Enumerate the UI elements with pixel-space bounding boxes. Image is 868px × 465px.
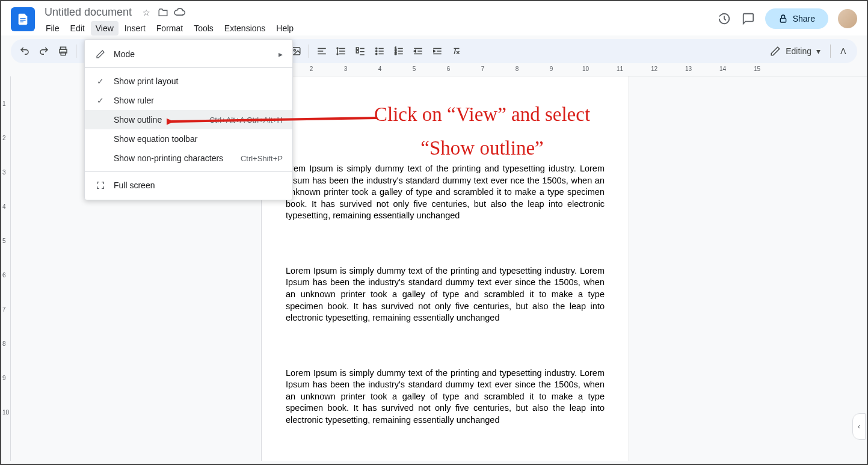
side-panel-toggle[interactable]: ‹: [852, 413, 866, 440]
menu-item-mode[interactable]: Mode ▸: [85, 45, 292, 64]
checklist-icon[interactable]: [351, 42, 369, 60]
menu-insert[interactable]: Insert: [120, 21, 150, 35]
svg-text:3: 3: [395, 52, 396, 55]
svg-rect-11: [356, 51, 359, 53]
svg-point-14: [376, 53, 377, 54]
menu-item-non-printing[interactable]: Show non-printing characters Ctrl+Shift+…: [85, 149, 292, 168]
vertical-ruler[interactable]: 1 2 3 4 5 6 7 8 9 10: [1, 76, 11, 461]
numbered-list-icon[interactable]: 123: [390, 42, 408, 60]
svg-rect-10: [356, 48, 359, 50]
menu-shortcut: Ctrl+Shift+P: [241, 154, 283, 163]
paragraph[interactable]: orem Ipsum is simply dummy text of the p…: [286, 163, 605, 222]
menu-help[interactable]: Help: [271, 21, 298, 35]
check-icon: ✓: [94, 96, 106, 105]
undo-icon[interactable]: [16, 42, 34, 60]
svg-point-12: [376, 48, 377, 49]
header-actions: Share: [717, 8, 857, 29]
menu-item-show-ruler[interactable]: ✓ Show ruler: [85, 91, 292, 110]
svg-rect-0: [20, 18, 25, 19]
svg-rect-3: [780, 18, 786, 22]
move-icon[interactable]: [157, 7, 169, 19]
svg-point-9: [294, 49, 295, 51]
menu-separator: [85, 67, 292, 68]
menu-label: Show print layout: [114, 76, 283, 86]
view-menu-dropdown: Mode ▸ ✓ Show print layout ✓ Show ruler …: [84, 39, 293, 200]
menu-label: Full screen: [114, 180, 283, 190]
docs-logo[interactable]: [11, 7, 35, 31]
share-label: Share: [793, 14, 815, 23]
comments-icon[interactable]: [741, 11, 756, 26]
menu-edit[interactable]: Edit: [66, 21, 90, 35]
history-icon[interactable]: [717, 11, 731, 26]
app-header: Untitled document ☆ File Edit View Inser…: [1, 1, 867, 35]
menu-view[interactable]: View: [91, 21, 119, 35]
editing-label: Editing: [786, 46, 811, 56]
document-title[interactable]: Untitled document: [41, 5, 135, 20]
menubar: File Edit View Insert Format Tools Exten…: [41, 21, 717, 35]
menu-tools[interactable]: Tools: [189, 21, 218, 35]
chevron-right-icon: ▸: [279, 49, 283, 59]
menu-label: Mode: [114, 49, 271, 59]
cloud-status-icon[interactable]: [174, 7, 186, 19]
toolbar-separator: [830, 45, 831, 58]
menu-label: Show outline: [114, 115, 202, 125]
editing-mode-button[interactable]: Editing ▾: [764, 46, 826, 57]
menu-label: Show non-printing characters: [114, 153, 233, 163]
svg-point-13: [376, 51, 377, 52]
menu-item-show-outline[interactable]: Show outline Ctrl+Alt+A Ctrl+Alt+H: [85, 110, 292, 129]
page: orem Ipsum is simply dummy text of the p…: [262, 76, 629, 461]
svg-rect-2: [20, 22, 23, 22]
fullscreen-icon: [94, 180, 106, 190]
chevron-down-icon: ▾: [816, 46, 820, 56]
line-spacing-icon[interactable]: [332, 42, 350, 60]
bulleted-list-icon[interactable]: [371, 42, 389, 60]
increase-indent-icon[interactable]: [428, 42, 446, 60]
toolbar-separator: [76, 45, 76, 58]
horizontal-ruler[interactable]: [260, 67, 867, 76]
account-avatar[interactable]: [838, 9, 857, 28]
menu-separator: [85, 171, 292, 172]
menu-shortcut: Ctrl+Alt+A Ctrl+Alt+H: [209, 115, 283, 125]
paragraph[interactable]: Lorem Ipsum is simply dummy text of the …: [286, 368, 605, 427]
collapse-toolbar-icon[interactable]: ᐱ: [834, 42, 852, 60]
menu-format[interactable]: Format: [152, 21, 188, 35]
menu-item-full-screen[interactable]: Full screen: [85, 176, 292, 195]
star-icon[interactable]: ☆: [140, 7, 152, 19]
menu-label: Show ruler: [114, 96, 283, 105]
print-icon[interactable]: [54, 42, 72, 60]
check-icon: ✓: [94, 76, 106, 86]
clear-formatting-icon[interactable]: [448, 42, 466, 60]
menu-label: Show equation toolbar: [114, 134, 283, 144]
decrease-indent-icon[interactable]: [409, 42, 427, 60]
share-button[interactable]: Share: [765, 8, 828, 29]
menu-extensions[interactable]: Extensions: [220, 21, 270, 35]
pencil-icon: [94, 49, 106, 59]
menu-file[interactable]: File: [41, 21, 64, 35]
redo-icon[interactable]: [35, 42, 53, 60]
title-area: Untitled document ☆ File Edit View Inser…: [41, 5, 717, 35]
toolbar-separator: [309, 45, 309, 58]
svg-rect-1: [20, 20, 25, 20]
menu-item-print-layout[interactable]: ✓ Show print layout: [85, 72, 292, 91]
align-icon[interactable]: [313, 42, 331, 60]
paragraph[interactable]: Lorem Ipsum is simply dummy text of the …: [286, 265, 605, 324]
menu-item-equation-toolbar[interactable]: Show equation toolbar: [85, 129, 292, 149]
